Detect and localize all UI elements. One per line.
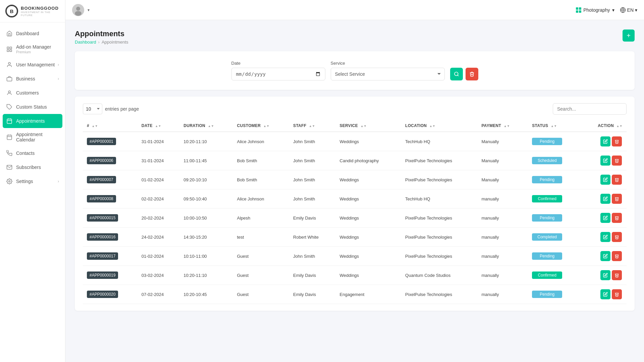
avatar-dropdown-arrow[interactable]: ▾	[88, 8, 90, 12]
cell-id: #APP0000017	[83, 247, 138, 266]
language-selector[interactable]: EN ▾	[620, 7, 637, 13]
add-appointment-button[interactable]: +	[623, 29, 635, 42]
status-badge: Pending	[532, 176, 562, 183]
cell-service: Weddings	[336, 208, 401, 228]
filter-card: Date Service Select Service Weddings Eng…	[75, 51, 635, 90]
sidebar-item-contacts[interactable]: Contacts	[0, 146, 65, 160]
cell-duration: 09:20-10:10	[179, 170, 233, 189]
edit-button[interactable]	[600, 251, 610, 261]
cell-status: Completed	[528, 228, 581, 247]
edit-button[interactable]	[600, 213, 610, 223]
sidebar-item-appointment-calendar[interactable]: Appointment Calendar	[0, 128, 65, 146]
table-header-row: # ▲▼ DATE ▲▼ DURATION ▲▼ CUSTOMER ▲▼ STA…	[83, 120, 627, 132]
table-search-input[interactable]	[553, 103, 627, 115]
table-card: 10 25 50 100 entries per page # ▲▼ DATE	[75, 97, 635, 311]
sidebar-item-settings[interactable]: Settings ›	[0, 174, 65, 188]
sidebar-item-dashboard[interactable]: Dashboard	[0, 26, 65, 41]
delete-button[interactable]	[612, 251, 622, 261]
edit-button[interactable]	[600, 136, 610, 146]
cell-status: Pending	[528, 285, 581, 304]
appointment-id-badge: #APP0000019	[87, 272, 118, 279]
delete-button[interactable]	[612, 289, 622, 299]
cell-action	[581, 266, 627, 285]
sidebar-label-appt-calendar: Appointment Calendar	[16, 132, 59, 142]
cell-duration: 11:00-11:45	[179, 151, 233, 170]
cell-location: Quantum Code Studios	[401, 266, 477, 285]
breadcrumb: Dashboard › Appointments	[75, 40, 128, 45]
cell-location: PixelPulse Technologies	[401, 247, 477, 266]
delete-button[interactable]	[612, 175, 622, 185]
clear-filter-button[interactable]	[466, 68, 478, 80]
svg-rect-5	[10, 50, 12, 51]
col-payment: PAYMENT ▲▼	[477, 120, 528, 132]
sidebar-item-customers[interactable]: Customers	[0, 86, 65, 100]
cell-customer: Guest	[233, 247, 289, 266]
sidebar-item-subscribers[interactable]: Subscribers	[0, 160, 65, 174]
table-row: #APP000007 01-02-2024 09:20-10:10 Bob Sm…	[83, 170, 627, 189]
cell-payment: manually	[477, 285, 528, 304]
delete-button[interactable]	[612, 156, 622, 166]
page-content: Appointments Dashboard › Appointments + …	[65, 20, 644, 362]
delete-button[interactable]	[612, 270, 622, 280]
cell-date: 24-02-2024	[138, 228, 179, 247]
sidebar-item-custom-status[interactable]: Custom Status	[0, 100, 65, 114]
addon-sublabel: Premium	[16, 50, 51, 54]
sidebar-item-user-management[interactable]: User Management ›	[0, 58, 65, 72]
delete-button[interactable]	[612, 213, 622, 223]
cell-id: #APP000008	[83, 189, 138, 208]
edit-button[interactable]	[600, 232, 610, 242]
sort-icon-payment[interactable]: ▲▼	[504, 124, 510, 128]
delete-icon	[614, 273, 619, 278]
sort-icon-staff[interactable]: ▲▼	[309, 124, 315, 128]
sort-icon-date[interactable]: ▲▼	[155, 124, 161, 128]
edit-button[interactable]	[600, 270, 610, 280]
envelope-icon	[6, 164, 13, 171]
delete-icon	[614, 196, 619, 201]
sidebar-item-appointments[interactable]: Appointments	[3, 114, 62, 128]
sort-icon-id[interactable]: ▲▼	[92, 124, 98, 128]
appointment-id-badge: #APP000008	[87, 195, 116, 202]
sidebar-item-addon[interactable]: Add-on Manager Premium	[0, 41, 65, 58]
date-filter-input[interactable]	[231, 68, 325, 80]
cell-duration: 10:20-11:10	[179, 266, 233, 285]
edit-button[interactable]	[600, 289, 610, 299]
edit-icon	[603, 158, 608, 163]
cell-service: Weddings	[336, 170, 401, 189]
search-button[interactable]	[450, 68, 463, 80]
sort-icon-location[interactable]: ▲▼	[429, 124, 435, 128]
sidebar: B BOOKINGGOOD INVESTMENT IN THE FUTURE D…	[0, 0, 65, 362]
cell-service: Weddings	[336, 228, 401, 247]
photography-selector[interactable]: Photography ▾	[576, 7, 614, 13]
cell-staff: Emily Davis	[289, 285, 335, 304]
entries-per-page-select[interactable]: 10 25 50 100	[83, 104, 102, 114]
edit-button[interactable]	[600, 175, 610, 185]
cell-date: 03-02-2024	[138, 266, 179, 285]
edit-button[interactable]	[600, 156, 610, 166]
cell-location: TechHub HQ	[401, 132, 477, 151]
delete-button[interactable]	[612, 136, 622, 146]
sort-icon-duration[interactable]: ▲▼	[208, 124, 214, 128]
sort-icon-service[interactable]: ▲▼	[361, 124, 367, 128]
breadcrumb-home[interactable]: Dashboard	[75, 40, 96, 45]
cell-service: Weddings	[336, 132, 401, 151]
edit-button[interactable]	[600, 194, 610, 204]
cell-action	[581, 170, 627, 189]
delete-button[interactable]	[612, 194, 622, 204]
sort-icon-status[interactable]: ▲▼	[551, 124, 557, 128]
appointment-id-badge: #APP0000017	[87, 252, 118, 260]
phone-icon	[6, 150, 13, 157]
arrow-icon-settings: ›	[58, 179, 59, 184]
user-avatar[interactable]	[72, 4, 84, 16]
delete-button[interactable]	[612, 232, 622, 242]
edit-icon	[603, 216, 608, 220]
lang-label: EN	[627, 7, 634, 13]
edit-icon	[603, 292, 608, 297]
cell-payment: Manually	[477, 151, 528, 170]
cell-location: PixelPulse Technologies	[401, 228, 477, 247]
sidebar-item-business[interactable]: Business ›	[0, 72, 65, 86]
svg-point-20	[76, 7, 80, 11]
service-filter-select[interactable]: Select Service Weddings Engagement Candi…	[331, 68, 445, 80]
topbar-right: Photography ▾ EN ▾	[576, 7, 637, 13]
sort-icon-customer[interactable]: ▲▼	[263, 124, 269, 128]
cell-location: PixelPulse Technologies	[401, 285, 477, 304]
